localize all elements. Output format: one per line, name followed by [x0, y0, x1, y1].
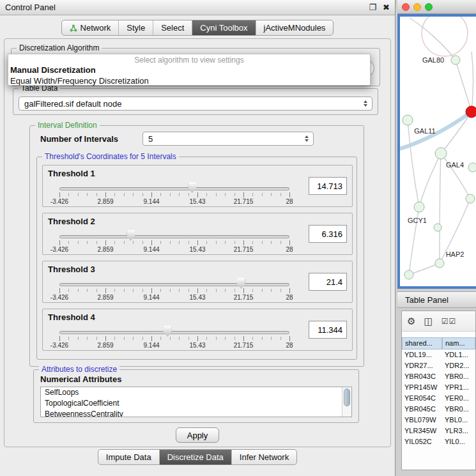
tab-discretize-data[interactable]: Discretize Data: [159, 450, 231, 464]
select-columns-icon[interactable]: ☑☑: [441, 318, 457, 325]
slider-minor-ticks: [59, 241, 289, 244]
threshold-3-slider[interactable]: -3.426 2.859 9.144 15.43 21.715 28: [59, 278, 289, 301]
tab-jactive-label: jActiveMNodules: [264, 23, 326, 33]
table-row[interactable]: YER054CYER0...: [402, 393, 475, 404]
tab-cyni-label: Cyni Toolbox: [200, 23, 247, 33]
cell-shared-name: YER054C: [402, 393, 442, 404]
threshold-4-slider[interactable]: -3.426 2.859 9.144 15.43 21.715 28: [59, 326, 289, 349]
network-window-titlebar: [397, 0, 476, 14]
table-data-combobox[interactable]: galFiltered.sif default node: [19, 96, 372, 111]
table-row[interactable]: YBR045CYBR0...: [402, 404, 475, 415]
close-icon[interactable]: ✖: [383, 3, 390, 12]
tick-label: -3.426: [50, 198, 68, 205]
network-node[interactable]: [451, 56, 460, 65]
list-item[interactable]: BetweennessCentrality: [41, 409, 351, 417]
dropdown-item-equal-width[interactable]: Equal Width/Frequency Discretization: [8, 75, 370, 86]
tick-label: 2.859: [97, 246, 113, 253]
slider-minor-ticks: [59, 289, 289, 292]
threshold-2-label: Threshold 2: [48, 217, 95, 226]
tick-label: 15.43: [189, 246, 205, 253]
zoom-traffic-light-icon[interactable]: [425, 3, 433, 11]
interval-definition-group: Interval Definition Number of Intervals …: [29, 125, 364, 367]
table-row[interactable]: YDL19...YDL1...: [402, 349, 475, 360]
table-row[interactable]: YDR27...YDR2...: [402, 360, 475, 371]
dropdown-item-manual-discretization[interactable]: Manual Discretization: [8, 65, 370, 75]
tab-select-label: Select: [161, 23, 184, 33]
cell-shared-name: YBL079W: [402, 415, 442, 426]
tab-jactivemnodules[interactable]: jActiveMNodules: [256, 20, 334, 35]
threshold-4-value-input[interactable]: [309, 321, 347, 339]
control-panel-titlebar: Control Panel ❐ ✖: [0, 0, 395, 15]
scrollbar[interactable]: [342, 387, 351, 417]
slider-thumb[interactable]: [188, 182, 196, 193]
cell-shared-name: YBR043C: [402, 371, 442, 382]
table-row[interactable]: YPR145WYPR1...: [402, 382, 475, 393]
threshold-2-slider[interactable]: -3.426 2.859 9.144 15.43 21.715 28: [59, 230, 289, 253]
close-traffic-light-icon[interactable]: [402, 3, 410, 11]
node-label: GAL4: [446, 161, 464, 169]
attributes-group-title: Attributes to discretize: [39, 365, 119, 374]
tick-label: -3.426: [50, 246, 68, 253]
intervals-value: 5: [148, 134, 153, 144]
control-panel-window: Control Panel ❐ ✖ Network Style Select C…: [0, 0, 395, 476]
tick-label: -3.426: [50, 342, 68, 349]
table-row[interactable]: YBR043CYBR0...: [402, 371, 475, 382]
column-header-name[interactable]: nam...: [442, 337, 475, 349]
network-node[interactable]: [466, 194, 475, 203]
threshold-3-value-input[interactable]: [309, 273, 347, 291]
intervals-combobox[interactable]: 5: [142, 132, 314, 146]
slider-thumb[interactable]: [237, 278, 245, 289]
network-node[interactable]: [434, 224, 441, 231]
network-node[interactable]: [404, 270, 413, 279]
minimize-traffic-light-icon[interactable]: [413, 3, 421, 11]
numerical-attributes-list[interactable]: SelfLoops TopologicalCoefficient Between…: [40, 387, 352, 417]
tick-label: 2.859: [97, 342, 113, 349]
threshold-1-slider[interactable]: -3.426 2.859 9.144 15.43 21.715 28: [59, 182, 289, 205]
table-row[interactable]: YBL079WYBL0...: [402, 415, 475, 426]
network-node[interactable]: [435, 259, 444, 268]
cell-shared-name: YDR27...: [402, 360, 442, 371]
network-node[interactable]: [468, 163, 476, 172]
tab-network[interactable]: Network: [62, 20, 119, 35]
gear-icon[interactable]: ⚙: [407, 316, 415, 326]
float-window-icon[interactable]: ❐: [369, 3, 376, 12]
network-node[interactable]: [414, 202, 424, 212]
column-header-shared-name[interactable]: shared...: [402, 337, 442, 349]
node-label: GCY1: [408, 217, 427, 224]
cell-name: YER0...: [442, 393, 475, 404]
node-label: GAL11: [414, 127, 435, 135]
network-node-selected[interactable]: [466, 106, 476, 118]
tab-impute-data[interactable]: Impute Data: [98, 450, 159, 464]
slider-thumb[interactable]: [164, 326, 172, 337]
slider-track: [59, 187, 289, 190]
tab-select[interactable]: Select: [153, 20, 192, 35]
table-panel-header: Table Panel: [397, 291, 476, 308]
network-canvas[interactable]: GAL80 GAL11 GAL4 GCY1 HAP2: [400, 17, 476, 286]
tick-label: 28: [286, 342, 293, 349]
threshold-1-value-input[interactable]: [309, 177, 347, 195]
table-row[interactable]: YLR345WYLR3...: [402, 426, 475, 436]
columns-icon[interactable]: ◫: [424, 316, 433, 326]
attributes-group: Attributes to discretize Numerical Attri…: [33, 369, 359, 423]
threshold-2-value-input[interactable]: [309, 225, 347, 243]
tab-impute-label: Impute Data: [106, 452, 151, 462]
window-title: Control Panel: [5, 3, 362, 12]
slider-track: [59, 331, 289, 334]
apply-button[interactable]: Apply: [176, 427, 219, 443]
threshold-3-label: Threshold 3: [48, 265, 95, 274]
thresholds-group: Threshold's Coordinates for 5 Intervals …: [36, 157, 357, 360]
threshold-3-panel: Threshold 3 -3.426 2.859 9.144 15.43 21.…: [42, 261, 353, 303]
network-node[interactable]: [435, 148, 447, 159]
tab-cyni-toolbox[interactable]: Cyni Toolbox: [192, 20, 255, 35]
slider-thumb[interactable]: [127, 230, 135, 241]
tab-infer-network[interactable]: Infer Network: [231, 450, 296, 464]
table-row[interactable]: YIL052CYIL0...: [402, 436, 475, 447]
list-item[interactable]: SelfLoops: [41, 387, 351, 398]
number-of-intervals-label: Number of Intervals: [40, 134, 118, 144]
table-header-row: shared... nam...: [402, 337, 475, 349]
list-item[interactable]: TopologicalCoefficient: [41, 398, 351, 409]
table-data-group: Table Data galFiltered.sif default node: [13, 88, 378, 115]
scrollbar-thumb[interactable]: [344, 388, 350, 406]
tab-style[interactable]: Style: [118, 20, 153, 35]
network-node[interactable]: [403, 115, 413, 125]
